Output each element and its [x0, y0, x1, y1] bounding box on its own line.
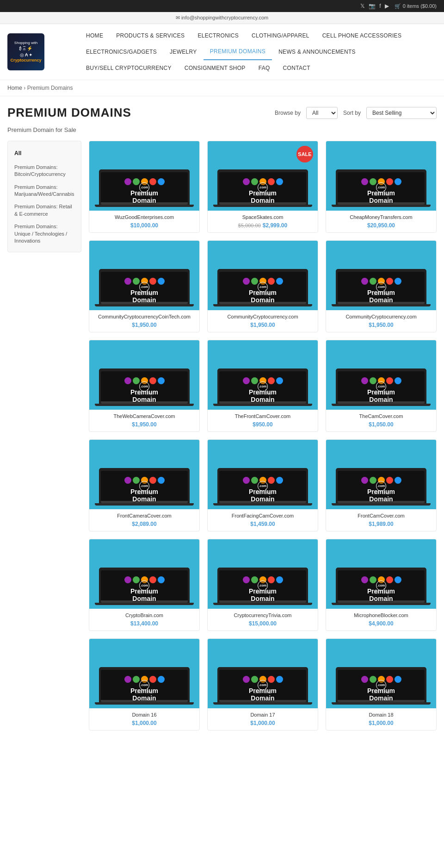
nav-products[interactable]: PRODUCTS & SERVICES [110, 28, 191, 44]
product-card[interactable]: .com .net .org PremiumDomain CommunityCr… [207, 240, 318, 332]
breadcrumb: Home › Premium Domains [0, 80, 444, 96]
product-price-container: $1,000.00 [331, 719, 432, 726]
product-name: Domain 16 [94, 712, 195, 718]
product-card[interactable]: .com .net .org PremiumDomain FrontFacing… [207, 439, 318, 531]
nav-contact[interactable]: CONTACT [277, 60, 317, 76]
product-name: Domain 18 [331, 712, 432, 718]
product-card[interactable]: .com .net .org PremiumDomain Domain 16 $… [89, 638, 200, 731]
product-info: CheapMoneyTransfers.com $20,950.00 [326, 211, 436, 232]
product-price: $1,459.00 [250, 521, 275, 527]
product-price: $15,000.00 [249, 620, 277, 627]
sale-badge: SALE [296, 146, 313, 162]
product-info: SpaceSkates.com $5,000.00$2,999.00 [208, 211, 318, 232]
product-price-container: $1,950.00 [94, 321, 195, 328]
product-card[interactable]: SALE .com .net .org [207, 141, 318, 233]
product-info: Domain 16 $1,000.00 [89, 708, 199, 730]
nav-clothing[interactable]: CLOTHING/APPAREL [245, 28, 316, 44]
product-image: .com .net .org PremiumDomain [326, 141, 436, 211]
product-image: .com .net .org PremiumDomain [326, 539, 436, 609]
cart-area[interactable]: 🛒 0 items ($0.00) [395, 3, 437, 9]
product-price-container: $4,900.00 [331, 620, 432, 627]
product-name: TheFrontCamCover.com [212, 413, 313, 419]
product-info: TheWebCameraCover.com $1,950.00 [89, 410, 199, 431]
product-card[interactable]: .com .net .org PremiumDomain CommunityCr… [89, 240, 200, 332]
twitter-icon[interactable]: 𝕏 [360, 3, 365, 9]
sidebar-item-retail[interactable]: Premium Domains: Retail & E-commerce [8, 200, 81, 220]
page-title: PREMIUM DOMAINS [7, 106, 131, 120]
nav-news[interactable]: NEWS & ANNOUNCEMENTS [272, 44, 362, 60]
product-card[interactable]: .com .net .org PremiumDomain CheapMoneyT… [326, 141, 437, 233]
product-price-container: $1,989.00 [331, 520, 432, 527]
product-price: $1,950.00 [369, 322, 393, 328]
email-address: info@shoppingwithcryptocurrency.com [181, 15, 268, 20]
product-name: CryptocurrencyTrivia.com [212, 612, 313, 618]
product-name: FrontFacingCamCover.com [212, 513, 313, 518]
product-image: .com .net .org PremiumDomain [89, 241, 199, 310]
product-card[interactable]: .com .net .org PremiumDomain MicrophoneB… [326, 539, 437, 631]
product-card[interactable]: .com .net .org PremiumDomain CryptoBrain… [89, 539, 200, 631]
nav-faq[interactable]: FAQ [252, 60, 277, 76]
nav-consignment[interactable]: CONSIGNMENT SHOP [178, 60, 252, 76]
product-image: .com .net .org PremiumDomain [89, 141, 199, 211]
product-price: $1,950.00 [250, 322, 275, 328]
logo-area[interactable]: Shopping with ₿ Ξ ⚡ ◎ ₳ ✦ Cryptocurrency [7, 33, 72, 70]
product-card[interactable]: .com .net .org PremiumDomain FrontCamera… [89, 439, 200, 531]
product-image: .com .net .org PremiumDomain [89, 340, 199, 410]
youtube-icon[interactable]: ▶ [385, 3, 389, 9]
sidebar-item-marijuana[interactable]: Premium Domains: Marijuana/Weed/Cannabis [8, 181, 81, 201]
nav-cell-phone[interactable]: CELL PHONE ACCESSORIES [316, 28, 408, 44]
product-card[interactable]: .com .net .org PremiumDomain Cryptocurre… [207, 539, 318, 631]
sidebar-item-unique[interactable]: Premium Domains: Unique / Technologies /… [8, 220, 81, 247]
product-card[interactable]: .com .net .org PremiumDomain TheWebCamer… [89, 340, 200, 432]
product-card[interactable]: .com .net .org PremiumDomain Domain 18 $… [326, 638, 437, 731]
product-image: .com .net .org PremiumDomain [208, 440, 318, 509]
product-card[interactable]: .com .net .org PremiumDomain Domain 17 $… [207, 638, 318, 731]
sidebar-item-all[interactable]: All [8, 146, 81, 161]
product-card[interactable]: .com .net .org PremiumDomain CommunityCr… [326, 240, 437, 332]
product-image: .com .net .org PremiumDomain [326, 241, 436, 310]
product-image: .com .net .org PremiumDomain [208, 241, 318, 310]
logo-image: Shopping with ₿ Ξ ⚡ ◎ ₳ ✦ Cryptocurrency [7, 33, 44, 70]
nav-jewelry[interactable]: JEWELRY [163, 44, 204, 60]
nav-gadgets[interactable]: ELECTRONICS/GADGETS [80, 44, 163, 60]
product-info: FrontCamCover.com $1,989.00 [326, 509, 436, 531]
product-image: .com .net .org PremiumDomain [326, 340, 436, 410]
product-image: .com .net .org PremiumDomain [89, 440, 199, 509]
product-card[interactable]: .com .net .org PremiumDomain FrontCamCov… [326, 439, 437, 531]
nav-home[interactable]: HOME [80, 28, 110, 44]
product-info: CommunityCryptocurrency.com $1,950.00 [208, 310, 318, 332]
product-card[interactable]: .com .net .org PremiumDomain TheCamCover… [326, 340, 437, 432]
product-card[interactable]: .com .net .org PremiumDomain TheFrontCam… [207, 340, 318, 432]
product-info: CommunityCryptocurrency.com $1,950.00 [326, 310, 436, 332]
product-info: Domain 18 $1,000.00 [326, 708, 436, 730]
facebook-icon[interactable]: f [379, 3, 381, 9]
product-price: $13,400.00 [130, 620, 158, 627]
product-price-container: $1,950.00 [94, 421, 195, 428]
product-name: CryptoBrain.com [94, 612, 195, 618]
product-price: $1,950.00 [132, 421, 156, 428]
product-info: TheFrontCamCover.com $950.00 [208, 410, 318, 431]
cart-icon: 🛒 [395, 3, 401, 9]
product-price-container: $950.00 [212, 421, 313, 428]
breadcrumb-home[interactable]: Home [7, 85, 22, 91]
instagram-icon[interactable]: 📷 [369, 3, 376, 9]
nav-electronics[interactable]: ELECTRONICS [191, 28, 245, 44]
product-price-container: $5,000.00$2,999.00 [212, 222, 313, 229]
main-content: All Premium Domains: Bitcoin/Cryptocurre… [0, 141, 444, 740]
product-price-container: $20,950.00 [331, 222, 432, 229]
product-name: CommunityCryptocurrencyCoinTech.com [94, 314, 195, 319]
sidebar-item-bitcoin[interactable]: Premium Domains: Bitcoin/Cryptocurrency [8, 161, 81, 181]
product-name: FrontCameraCover.com [94, 513, 195, 518]
email-bar: ✉ info@shoppingwithcryptocurrency.com [0, 12, 444, 24]
product-card[interactable]: .com .net .org PremiumDomain WuzGoodEnte… [89, 141, 200, 233]
nav-crypto[interactable]: BUY/SELL CRYPTOCURRENCY [80, 60, 178, 76]
cart-label: 0 items ($0.00) [403, 3, 437, 9]
sort-by-select[interactable]: Best Selling Price: Low to High Price: H… [366, 107, 437, 119]
product-info: FrontFacingCamCover.com $1,459.00 [208, 509, 318, 531]
product-old-price: $5,000.00 [238, 223, 261, 228]
browse-by-select[interactable]: All [306, 107, 338, 119]
product-info: TheCamCover.com $1,050.00 [326, 410, 436, 431]
product-price-container: $1,000.00 [212, 719, 313, 726]
nav-premium-domains[interactable]: PREMIUM DOMAINS [204, 44, 272, 60]
sidebar: All Premium Domains: Bitcoin/Cryptocurre… [7, 141, 81, 252]
